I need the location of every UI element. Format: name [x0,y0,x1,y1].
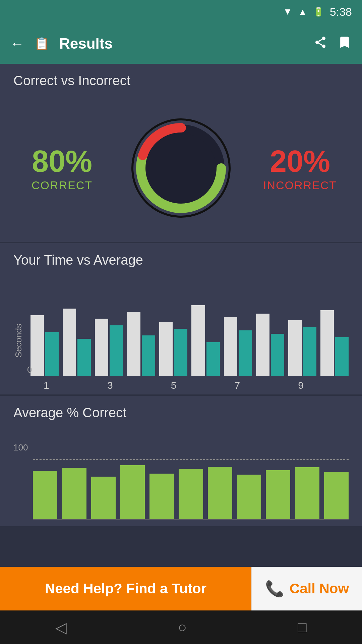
find-tutor-text: Need Help? Find a Tutor [45,581,206,597]
app-bar: ← 📋 Results [0,23,362,64]
bar-teal [45,332,59,376]
nav-recent-button[interactable]: □ [298,619,307,636]
bar-group [288,320,316,376]
x-axis-label: 1 [31,380,62,391]
svg-line-4 [318,39,322,41]
x-axis-label [126,380,158,391]
page-title: Results [59,35,304,52]
bar-white [95,319,108,376]
donut-section-header: Correct vs Incorrect [0,64,362,98]
bar-group [256,314,284,376]
avg-bar [120,465,145,520]
correct-label: CORRECT [0,179,124,192]
donut-section: 80% CORRECT 20% INCORRECT [0,98,362,242]
avg-header-text: Average % Correct [13,405,349,420]
bar-white [320,310,334,376]
bar-teal [303,327,316,376]
svg-point-1 [315,41,319,44]
x-axis-label [317,380,349,391]
status-bar: ▼ ▲ 🔋 5:38 [0,0,362,23]
share-icon[interactable] [314,36,327,52]
x-axis-label: 5 [158,380,190,391]
avg-dashed-line [33,459,349,460]
y-zero: 0 [27,365,32,375]
time-header-text: Your Time vs Average [13,253,349,268]
bar-teal [110,325,123,376]
avg-bar [208,467,232,519]
x-axis-label [190,380,222,391]
x-axis-label [62,380,94,391]
wifi-icon: ▼ [283,6,292,17]
bar-group [31,315,59,376]
bar-teal [142,335,155,376]
battery-icon: 🔋 [313,7,324,17]
bar-white [159,322,173,376]
time-chart-section: Seconds 0 13579 [0,277,362,394]
bar-white [256,314,269,376]
avg-bar [149,474,174,519]
avg-bar [33,471,57,520]
bars-container [27,296,349,376]
bar-white [63,309,76,376]
doc-icon: 📋 [34,37,49,51]
bar-teal [77,339,91,376]
bar-teal [271,334,284,376]
donut-chart [124,111,238,225]
time-section-header: Your Time vs Average [0,243,362,277]
avg-bar [295,467,319,519]
bar-white [288,320,302,376]
svg-line-3 [318,43,322,45]
avg-bar [237,475,261,519]
call-now-button[interactable]: 📞 Call Now [251,567,362,610]
back-button[interactable]: ← [10,36,24,52]
avg-y-label: 100 [13,442,28,453]
bar-group [95,319,123,376]
nav-bar: ◁ ○ □ [0,610,362,644]
bar-white [191,305,205,376]
svg-point-0 [322,37,325,40]
bar-teal [335,337,349,376]
bar-white [31,315,44,376]
bar-teal [174,329,187,376]
bar-group [127,312,155,376]
x-axis: 13579 [27,380,349,391]
avg-section-header: Average % Correct [0,396,362,430]
avg-chart-area: 100 [13,442,349,520]
nav-home-button[interactable]: ○ [178,619,187,636]
y-axis-label: Seconds [13,324,24,358]
bookmark-icon[interactable] [337,35,352,53]
donut-header-text: Correct vs Incorrect [13,73,349,88]
bar-group [63,309,91,376]
bar-teal [206,342,220,376]
bar-group [159,322,187,376]
svg-point-9 [146,133,216,203]
bar-group [224,317,252,376]
x-axis-label: 9 [285,380,317,391]
incorrect-percent: 20% [238,144,362,179]
incorrect-stat: 20% INCORRECT [238,144,362,192]
avg-section: 100 [0,430,362,526]
svg-point-2 [322,44,325,48]
avg-bar [62,468,86,519]
chart-inner: 0 13579 [27,290,349,391]
bar-teal [239,330,252,376]
avg-bar [179,469,203,519]
x-axis-label: 7 [221,380,253,391]
phone-icon: 📞 [265,580,284,598]
signal-icon: ▲ [298,7,307,17]
x-axis-label: 3 [94,380,126,391]
time-chart-area: Seconds 0 13579 [13,290,349,391]
bar-group [320,310,349,376]
status-time: 5:38 [330,5,352,18]
bottom-banner: Need Help? Find a Tutor 📞 Call Now [0,567,362,610]
incorrect-label: INCORRECT [238,179,362,192]
avg-bar [266,470,290,519]
avg-bars [33,459,349,520]
call-now-text: Call Now [290,581,349,597]
correct-percent: 80% [0,144,124,179]
bar-white [224,317,237,376]
correct-stat: 80% CORRECT [0,144,124,192]
bar-white [127,312,140,376]
nav-back-button[interactable]: ◁ [55,619,67,636]
find-tutor-button[interactable]: Need Help? Find a Tutor [0,567,251,610]
